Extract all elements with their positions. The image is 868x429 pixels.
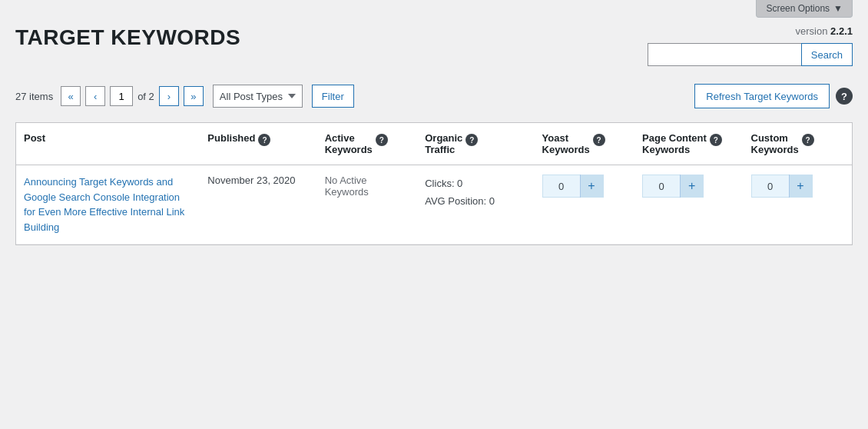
page-content-counter: 0 + — [642, 175, 704, 198]
table-container: Post Published ? ActiveKeywords ? — [15, 122, 853, 245]
page-content-cell: 0 + — [634, 165, 743, 244]
help-icon[interactable]: ? — [836, 88, 853, 105]
pagination-next-button[interactable]: › — [159, 86, 179, 106]
no-active-keywords-label: No Active Keywords — [325, 175, 369, 198]
col-header-organic-traffic: OrganicTraffic ? — [417, 123, 534, 165]
items-count: 27 items — [15, 91, 53, 102]
col-yoast-keywords-label: YoastKeywords — [542, 132, 590, 155]
organic-traffic-cell: Clicks: 0 AVG Position: 0 — [417, 165, 534, 244]
organic-clicks: Clicks: 0 — [425, 175, 526, 192]
header-area: version 2.2.1 Search TARGET KEYWORDS — [0, 18, 868, 78]
yoast-keywords-cell: 0 + — [535, 165, 635, 244]
toolbar-left: 27 items « ‹ of 2 › » All Post Types Fil… — [15, 85, 354, 108]
col-active-keywords-label: ActiveKeywords — [325, 132, 373, 155]
custom-counter-value: 0 — [752, 181, 789, 192]
col-header-post: Post — [16, 123, 200, 165]
chevron-down-icon: ▼ — [833, 3, 843, 14]
search-input[interactable] — [648, 43, 801, 66]
table-header-row: Post Published ? ActiveKeywords ? — [16, 123, 852, 165]
header-right: version 2.2.1 Search — [648, 25, 853, 66]
pagination-first-button[interactable]: « — [61, 86, 81, 106]
pagination-page-input[interactable] — [110, 86, 133, 106]
col-header-custom-keywords: CustomKeywords ? — [744, 123, 852, 165]
version-number: 2.2.1 — [830, 25, 853, 37]
pagination-last-button[interactable]: » — [184, 86, 204, 106]
col-custom-keywords-label: CustomKeywords — [751, 132, 799, 155]
refresh-button[interactable]: Refresh Target Keywords — [694, 84, 830, 108]
screen-options-button[interactable]: Screen Options ▼ — [756, 0, 853, 18]
table-row: Announcing Target Keywords and Google Se… — [16, 165, 852, 244]
published-help-icon[interactable]: ? — [258, 134, 270, 146]
post-types-select[interactable]: All Post Types — [213, 85, 303, 108]
col-page-content-label: Page ContentKeywords — [642, 132, 707, 155]
filter-button[interactable]: Filter — [312, 85, 354, 108]
col-header-page-content: Page ContentKeywords ? — [634, 123, 743, 165]
post-link[interactable]: Announcing Target Keywords and Google Se… — [24, 176, 184, 233]
top-bar: Screen Options ▼ — [0, 0, 868, 18]
post-cell: Announcing Target Keywords and Google Se… — [16, 165, 200, 244]
organic-avg-position: AVG Position: 0 — [425, 192, 526, 210]
page-content-help-icon[interactable]: ? — [710, 134, 722, 146]
col-header-yoast-keywords: YoastKeywords ? — [535, 123, 635, 165]
page-wrapper: Screen Options ▼ version 2.2.1 Search TA… — [0, 0, 868, 245]
col-organic-traffic-label: OrganicTraffic — [425, 132, 462, 155]
yoast-counter: 0 + — [542, 175, 604, 198]
pagination-of: of 2 — [137, 91, 154, 102]
pagination-prev-button[interactable]: ‹ — [85, 86, 105, 106]
search-row: Search — [648, 43, 853, 66]
col-header-active-keywords: ActiveKeywords ? — [317, 123, 418, 165]
page-content-add-button[interactable]: + — [680, 175, 703, 198]
version-text: version 2.2.1 — [648, 25, 853, 37]
custom-add-button[interactable]: + — [789, 175, 812, 198]
col-published-label: Published — [207, 132, 255, 144]
published-cell: November 23, 2020 — [200, 165, 316, 244]
toolbar-right: Refresh Target Keywords ? — [694, 84, 853, 108]
yoast-add-button[interactable]: + — [580, 175, 603, 198]
custom-keywords-help-icon[interactable]: ? — [802, 134, 814, 146]
yoast-keywords-help-icon[interactable]: ? — [593, 134, 605, 146]
custom-keywords-cell: 0 + — [744, 165, 852, 244]
search-button[interactable]: Search — [801, 43, 853, 66]
data-table: Post Published ? ActiveKeywords ? — [16, 123, 852, 244]
col-post-label: Post — [24, 132, 45, 144]
active-keywords-help-icon[interactable]: ? — [376, 134, 388, 146]
screen-options-label: Screen Options — [766, 3, 830, 14]
yoast-counter-value: 0 — [543, 181, 580, 192]
page-content-counter-value: 0 — [643, 181, 680, 192]
toolbar-row: 27 items « ‹ of 2 › » All Post Types Fil… — [0, 78, 868, 115]
active-keywords-cell: No Active Keywords — [317, 165, 418, 244]
custom-counter: 0 + — [751, 175, 813, 198]
col-header-published: Published ? — [200, 123, 316, 165]
organic-traffic-help-icon[interactable]: ? — [465, 134, 478, 146]
table-body: Announcing Target Keywords and Google Se… — [16, 165, 852, 244]
